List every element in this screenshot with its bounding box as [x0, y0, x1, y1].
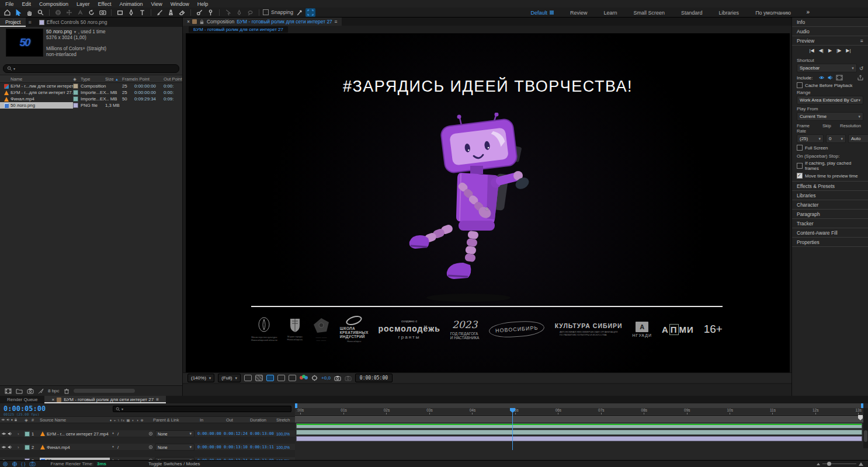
workspace-tab[interactable]: Libraries — [711, 10, 748, 16]
show-snapshot-icon[interactable] — [345, 375, 352, 381]
menu-item[interactable]: Animation — [115, 1, 147, 7]
puppet-pin-tool-icon[interactable] — [206, 8, 216, 17]
panel-info[interactable]: Info — [792, 18, 868, 27]
timeline-vertical-scrollbar[interactable] — [863, 408, 868, 448]
toggle-switches-button[interactable]: Toggle Switches / Modes — [148, 461, 200, 466]
workspace-tab[interactable]: Default — [522, 10, 562, 16]
project-item-row[interactable]: БУМ - г...для сети интерет 27.mp4 Import… — [0, 89, 182, 96]
include-video-eye-icon[interactable] — [818, 75, 825, 81]
delete-icon[interactable] — [64, 388, 70, 394]
clone-stamp-tool-icon[interactable] — [166, 8, 176, 17]
magnification-dropdown[interactable]: (140%)▾ — [188, 374, 214, 382]
col-in-point[interactable]: In Point — [134, 76, 164, 82]
layer-eye-icon[interactable] — [1, 431, 6, 436]
col-tag-icon[interactable]: ◈ — [73, 76, 81, 82]
sidebar-panel-header[interactable]: Content-Aware Fill — [792, 228, 868, 238]
last-frame-button[interactable]: ▶| — [846, 48, 850, 53]
label-color-swatch[interactable] — [73, 83, 78, 89]
roto-brush-tool-icon[interactable] — [195, 8, 204, 17]
capture-icon[interactable] — [29, 461, 36, 466]
layer-color-swatch[interactable] — [25, 445, 30, 450]
snap-angle-icon[interactable] — [294, 8, 304, 17]
menu-item[interactable]: View — [147, 1, 166, 7]
col-out-point[interactable]: Out Point — [164, 76, 182, 82]
solo-column-icon[interactable]: ● — [11, 418, 13, 421]
vertex-tool-icon[interactable] — [234, 8, 244, 17]
playhead[interactable] — [512, 408, 513, 450]
shortcut-dropdown[interactable]: Spacebar▾ — [797, 64, 857, 72]
exposure-value[interactable]: +0,0 — [321, 375, 331, 381]
reset-icon[interactable]: ↺ — [859, 65, 863, 71]
audio-column-speaker-icon[interactable] — [6, 417, 10, 422]
interpret-footage-icon[interactable] — [5, 388, 12, 394]
menu-item[interactable]: Effect — [94, 1, 116, 7]
workspace-tab[interactable]: Standard — [673, 10, 711, 16]
menu-item[interactable]: File — [1, 1, 18, 7]
include-audio-speaker-icon[interactable] — [827, 75, 834, 81]
zoom-track[interactable] — [822, 463, 856, 464]
snapshot-camera-icon[interactable] — [334, 375, 341, 381]
mask-feather-tool-icon[interactable] — [223, 8, 233, 17]
menu-item[interactable]: Help — [193, 1, 213, 7]
quality-icon[interactable]: / — [117, 445, 119, 450]
export-icon[interactable] — [857, 75, 863, 81]
shy-icon[interactable]: ♦ — [112, 431, 114, 437]
home-icon[interactable] — [2, 8, 12, 17]
layer-eye-icon[interactable] — [1, 445, 6, 449]
tab-timeline-comp[interactable]: × БУМ - готовый ролик для сети интерет 2… — [44, 396, 165, 403]
file-name-caret-icon[interactable]: ▼ — [73, 30, 77, 34]
menu-item[interactable]: Composition — [35, 1, 72, 7]
layer-speaker-icon[interactable] — [8, 445, 12, 449]
play-from-dropdown[interactable]: Current Time▾ — [797, 112, 863, 121]
video-column-eye-icon[interactable] — [1, 417, 5, 422]
col-type[interactable]: Type — [81, 76, 105, 82]
channel-icon[interactable] — [300, 375, 308, 381]
panel-menu-icon[interactable]: ≡ — [860, 38, 863, 44]
dolly-camera-tool-icon[interactable] — [75, 8, 85, 17]
range-dropdown[interactable]: Work Area Extended By Current...▾ — [797, 96, 863, 104]
mask-visibility-icon[interactable] — [266, 375, 274, 381]
pan-camera-tool-icon[interactable] — [64, 8, 74, 17]
workspace-tab[interactable]: По умолчанию — [747, 10, 799, 16]
selection-tool-icon[interactable] — [13, 8, 23, 17]
project-item-row[interactable]: БУМ - г...лик для сети интерет 27 Compos… — [0, 83, 182, 89]
layer-duration-bar[interactable] — [296, 436, 862, 441]
layer-row[interactable]: › 1 БУМ - г... сети интерет 27.mp4 ♦/ No… — [0, 430, 295, 437]
close-icon[interactable]: × — [51, 397, 54, 402]
pickwhip-icon[interactable] — [148, 445, 153, 449]
panel-menu-icon[interactable]: ≡ — [335, 19, 338, 25]
pen-tool-icon[interactable] — [126, 8, 136, 17]
zoom-thumb[interactable] — [827, 462, 831, 466]
skip-dropdown[interactable]: 0▾ — [826, 134, 846, 143]
eraser-tool-icon[interactable] — [177, 8, 187, 17]
sidebar-panel-header[interactable]: Properties — [792, 238, 868, 247]
menu-item[interactable]: Layer — [72, 1, 94, 7]
zoom-out-icon[interactable] — [817, 463, 820, 465]
panel-menu-icon[interactable]: ≡ — [26, 19, 33, 25]
hand-tool-icon[interactable] — [25, 8, 34, 17]
network-globe-icon[interactable] — [12, 461, 18, 467]
guides-icon[interactable] — [277, 375, 285, 381]
layer-speaker-icon[interactable] — [8, 431, 12, 436]
layer-expander[interactable]: › — [18, 431, 25, 437]
pickwhip-icon[interactable] — [148, 431, 153, 436]
layer-duration-bar[interactable] — [296, 430, 862, 435]
lock-icon[interactable] — [199, 19, 204, 25]
layer-expander[interactable]: › — [18, 445, 25, 450]
col-tag-icon[interactable]: ◈ — [25, 417, 32, 423]
expand-workspace-icon[interactable] — [305, 8, 315, 17]
timeline-search-input[interactable]: ▾ — [113, 406, 291, 412]
col-frame-rate[interactable]: Frame R... — [122, 76, 134, 82]
render-snail-icon[interactable] — [2, 461, 8, 467]
resolution-dropdown[interactable]: (Full)▾ — [218, 374, 241, 382]
current-timecode[interactable]: 0:00:05:00 — [4, 405, 46, 413]
label-color-swatch[interactable] — [73, 96, 78, 102]
col-source-name[interactable]: Source Name — [40, 417, 110, 423]
lock-column-icon[interactable] — [14, 417, 18, 422]
new-folder-icon[interactable] — [16, 388, 23, 394]
col-stretch[interactable]: Stretch — [276, 417, 295, 423]
sidebar-panel-header[interactable]: Effects & Presets — [792, 182, 868, 191]
col-number[interactable]: # — [32, 417, 40, 423]
play-button[interactable]: ▶ — [828, 48, 832, 53]
time-ruler[interactable]: :00s 01s 02s 03s 04s 05s 06s 07s 08s — [295, 408, 863, 416]
